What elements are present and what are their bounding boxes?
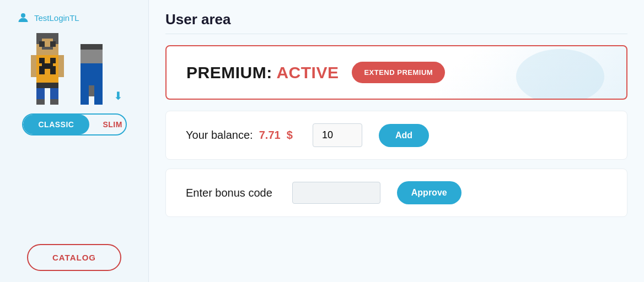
svg-rect-12 <box>39 66 56 69</box>
slim-toggle[interactable]: SLIM <box>89 115 126 134</box>
premium-status: ACTIVE <box>276 63 339 82</box>
page-title: User area <box>165 11 627 34</box>
extend-premium-button[interactable]: EXTEND PREMIUM <box>352 62 445 83</box>
svg-rect-18 <box>36 99 45 105</box>
user-icon <box>17 11 30 24</box>
balance-amount: 7.71 $ <box>256 129 293 141</box>
catalog-button[interactable]: CATALOG <box>27 244 121 271</box>
sidebar: TestLoginTL <box>0 0 149 282</box>
skin-type-toggle: CLASSIC SLIM <box>22 113 127 135</box>
skin-container: ⬇ <box>25 33 123 105</box>
svg-rect-26 <box>80 63 103 85</box>
bonus-card: Enter bonus code Approve <box>165 169 627 217</box>
svg-rect-28 <box>94 85 103 105</box>
amount-input[interactable] <box>313 123 362 147</box>
svg-point-0 <box>21 13 25 18</box>
svg-rect-6 <box>50 41 56 47</box>
svg-rect-5 <box>39 41 45 47</box>
bonus-code-input[interactable] <box>292 182 380 204</box>
svg-rect-14 <box>50 69 56 74</box>
skin-back <box>75 44 108 105</box>
skin-front <box>25 33 69 105</box>
balance-currency: $ <box>287 129 293 141</box>
user-info: TestLoginTL <box>0 11 79 24</box>
svg-rect-21 <box>58 55 64 77</box>
svg-rect-19 <box>50 99 58 105</box>
premium-label: PREMIUM: ACTIVE <box>186 63 339 82</box>
classic-toggle[interactable]: CLASSIC <box>23 115 90 134</box>
svg-rect-23 <box>80 44 103 50</box>
svg-rect-11 <box>42 63 53 66</box>
svg-rect-10 <box>50 58 56 63</box>
main-content: User area PREMIUM: ACTIVE EXTEND PREMIUM… <box>149 0 644 282</box>
balance-card: Your balance: 7.71 $ Add <box>165 111 627 160</box>
bonus-label: Enter bonus code <box>186 187 272 199</box>
approve-button[interactable]: Approve <box>397 181 461 204</box>
svg-rect-7 <box>42 47 53 50</box>
add-button[interactable]: Add <box>379 124 429 147</box>
svg-rect-15 <box>36 83 58 88</box>
svg-rect-20 <box>31 55 36 77</box>
svg-rect-2 <box>36 33 58 39</box>
svg-rect-13 <box>39 69 45 74</box>
download-icon[interactable]: ⬇ <box>114 89 123 102</box>
premium-card: PREMIUM: ACTIVE EXTEND PREMIUM <box>165 45 627 100</box>
balance-label: Your balance: 7.71 $ <box>186 129 293 142</box>
svg-rect-27 <box>80 85 89 105</box>
username-label: TestLoginTL <box>34 13 79 23</box>
svg-rect-9 <box>39 58 45 63</box>
